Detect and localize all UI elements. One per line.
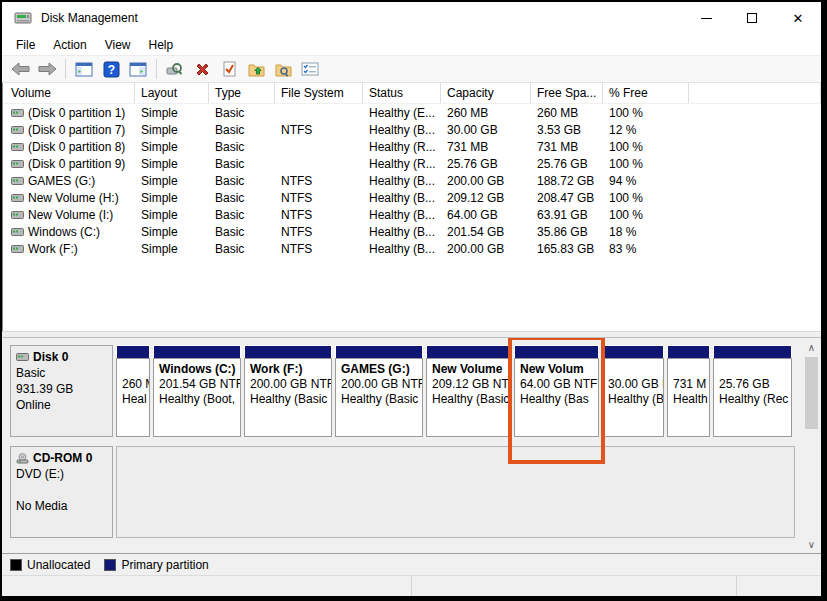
menu-action[interactable]: Action (44, 36, 95, 54)
cdrom-media: No Media (16, 498, 107, 514)
scroll-down-icon[interactable]: ∨ (803, 536, 820, 553)
cell-free-space: 25.76 GB (531, 157, 603, 171)
table-row[interactable]: New Volume (I:) Simple Basic NTFS Health… (3, 206, 821, 223)
table-row[interactable]: Windows (C:) Simple Basic NTFS Healthy (… (3, 223, 821, 240)
cell-type: Basic (209, 106, 275, 120)
delete-icon[interactable] (190, 57, 214, 81)
console-tree-icon[interactable] (72, 57, 96, 81)
cell-free-space: 3.53 GB (531, 123, 603, 137)
cell-status: Healthy (B... (363, 242, 441, 256)
table-row[interactable]: (Disk 0 partition 1) Simple Basic Health… (3, 104, 821, 121)
cell-type: Basic (209, 140, 275, 154)
cdrom-info-panel[interactable]: CD-ROM 0 DVD (E:) No Media (10, 446, 113, 538)
column-header-status[interactable]: Status (363, 83, 441, 103)
disk0-partitions: 260 MHeal Windows (C:)201.54 GB NTFHealt… (116, 345, 795, 437)
column-header-type[interactable]: Type (209, 83, 275, 103)
cell-capacity: 260 MB (441, 106, 531, 120)
cell-layout: Simple (135, 123, 209, 137)
column-header-file-system[interactable]: File System (275, 83, 363, 103)
volume-list-pane: Volume Layout Type File System Status Ca… (2, 83, 821, 331)
cell-free-space: 63.91 GB (531, 208, 603, 222)
menu-file[interactable]: File (7, 36, 44, 54)
partition-block-work-f[interactable]: Work (F:)200.00 GB NTFHealthy (Basic (244, 345, 332, 437)
scrollbar-thumb[interactable] (805, 357, 818, 429)
cell-pct-free: 18 % (603, 225, 689, 239)
cell-pct-free: 100 % (603, 208, 689, 222)
volume-table-header: Volume Layout Type File System Status Ca… (3, 83, 821, 104)
cell-free-space: 731 MB (531, 140, 603, 154)
cell-layout: Simple (135, 208, 209, 222)
table-row[interactable]: GAMES (G:) Simple Basic NTFS Healthy (B.… (3, 172, 821, 189)
back-arrow-icon[interactable] (8, 57, 32, 81)
partition-block-games-g[interactable]: GAMES (G:)200.00 GB NTFHealthy (Basic (335, 345, 423, 437)
menu-help[interactable]: Help (140, 36, 183, 54)
check-document-icon[interactable] (217, 57, 241, 81)
partition-block[interactable]: 30.00 GB NTHealthy (Ba (602, 345, 664, 437)
minimize-button[interactable] (683, 2, 729, 34)
menu-bar: File Action View Help (2, 34, 821, 55)
folder-up-icon[interactable] (244, 57, 268, 81)
cell-file-system: NTFS (275, 225, 363, 239)
cell-volume: Windows (C:) (3, 225, 135, 239)
menu-view[interactable]: View (96, 36, 140, 54)
disk-properties-icon[interactable] (163, 57, 187, 81)
cd-icon (16, 453, 29, 464)
page-title: Disk Management (41, 11, 138, 25)
column-header-pct-free[interactable]: % Free (603, 83, 689, 103)
cell-type: Basic (209, 208, 275, 222)
partition-block[interactable]: 731 MHealth (667, 345, 710, 437)
disk0-info-panel[interactable]: Disk 0 Basic 931.39 GB Online (10, 345, 113, 437)
cell-volume: Work (F:) (3, 242, 135, 256)
cell-file-system: NTFS (275, 191, 363, 205)
column-header-capacity[interactable]: Capacity (441, 83, 531, 103)
volume-icon (11, 143, 24, 151)
cell-status: Healthy (B... (363, 225, 441, 239)
table-row[interactable]: Work (F:) Simple Basic NTFS Healthy (B..… (3, 240, 821, 257)
partition-block-new-volume-i[interactable]: New Volum64.00 GB NTFHealthy (Bas (514, 345, 599, 437)
help-icon[interactable]: ? (99, 57, 123, 81)
cell-volume: (Disk 0 partition 9) (3, 157, 135, 171)
cell-volume: New Volume (H:) (3, 191, 135, 205)
scroll-up-icon[interactable]: ∧ (803, 339, 820, 356)
table-row[interactable]: (Disk 0 partition 9) Simple Basic Health… (3, 155, 821, 172)
cell-free-space: 35.86 GB (531, 225, 603, 239)
partition-strip (602, 345, 664, 358)
table-row[interactable]: (Disk 0 partition 8) Simple Basic Health… (3, 138, 821, 155)
checklist-icon[interactable] (298, 57, 322, 81)
cell-status: Healthy (R... (363, 157, 441, 171)
folder-search-icon[interactable] (271, 57, 295, 81)
table-row[interactable]: New Volume (H:) Simple Basic NTFS Health… (3, 189, 821, 206)
cdrom-drive: DVD (E:) (16, 466, 107, 482)
table-row[interactable]: (Disk 0 partition 7) Simple Basic NTFS H… (3, 121, 821, 138)
maximize-icon (747, 13, 757, 23)
cell-free-space: 188.72 GB (531, 174, 603, 188)
svg-text:?: ? (107, 63, 114, 77)
cell-pct-free: 100 % (603, 106, 689, 120)
disk-icon (16, 353, 29, 361)
volume-icon (11, 160, 24, 168)
cell-capacity: 209.12 GB (441, 191, 531, 205)
action-pane-icon[interactable] (126, 57, 150, 81)
volume-icon (11, 109, 24, 117)
cell-volume: (Disk 0 partition 1) (3, 106, 135, 120)
column-header-filler (689, 83, 821, 103)
column-header-volume[interactable]: Volume (3, 83, 135, 103)
cell-pct-free: 100 % (603, 157, 689, 171)
maximize-button[interactable] (729, 2, 775, 34)
cdrom-graph-area[interactable] (116, 446, 795, 538)
vertical-scrollbar[interactable]: ∧ ∨ (803, 339, 820, 553)
unallocated-swatch (10, 559, 22, 571)
app-window: Disk Management ✕ File Action View Help … (0, 0, 827, 601)
primary-partition-swatch (104, 559, 116, 571)
column-header-free-space[interactable]: Free Spa... (531, 83, 603, 103)
partition-block-new-volume-h[interactable]: New Volume209.12 GB NTFHealthy (Basic (426, 345, 511, 437)
cell-free-space: 165.83 GB (531, 242, 603, 256)
forward-arrow-icon[interactable] (35, 57, 59, 81)
partition-block[interactable]: 25.76 GBHealthy (Rec (713, 345, 792, 437)
column-header-layout[interactable]: Layout (135, 83, 209, 103)
partition-block-windows-c[interactable]: Windows (C:)201.54 GB NTFHealthy (Boot, (153, 345, 241, 437)
cell-capacity: 731 MB (441, 140, 531, 154)
partition-block[interactable]: 260 MHeal (116, 345, 150, 437)
close-button[interactable]: ✕ (775, 2, 821, 34)
graphical-view-pane: Disk 0 Basic 931.39 GB Online 260 MHeal … (2, 337, 821, 553)
